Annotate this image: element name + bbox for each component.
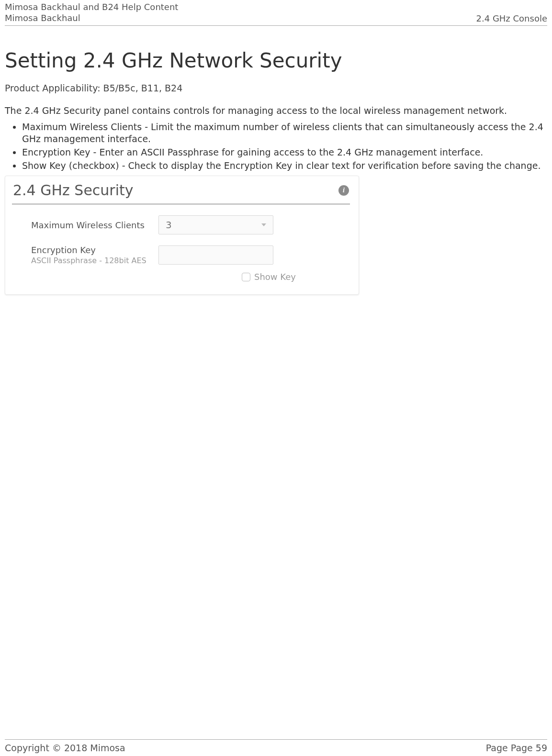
max-clients-value: 3 [166,219,172,231]
page-header: Mimosa Backhaul and B24 Help Content Mim… [5,0,547,23]
header-title-line1: Mimosa Backhaul and B24 Help Content [5,2,178,13]
panel-title: 2.4 GHz Security [13,182,134,199]
header-section-label: 2.4 GHz Console [476,13,547,23]
footer-divider [5,739,547,740]
header-title-line2: Mimosa Backhaul [5,13,178,24]
info-icon[interactable]: i [338,185,349,196]
chevron-down-icon [261,223,266,226]
encryption-key-input[interactable] [158,245,273,265]
page-title: Setting 2.4 GHz Network Security [5,49,547,72]
footer-copyright: Copyright © 2018 Mimosa [5,743,125,753]
max-clients-label: Maximum Wireless Clients [31,220,158,230]
intro-paragraph: The 2.4 GHz Security panel contains cont… [5,105,547,117]
show-key-checkbox[interactable] [242,273,250,281]
encryption-key-label: Encryption Key [31,245,96,255]
list-item: Maximum Wireless Clients - Limit the max… [22,121,547,145]
show-key-label: Show Key [254,272,296,282]
max-clients-select[interactable]: 3 [158,215,273,234]
security-panel: 2.4 GHz Security i Maximum Wireless Clie… [5,176,359,295]
list-item: Encryption Key - Enter an ASCII Passphra… [22,146,547,159]
product-applicability: Product Applicability: B5/B5c, B11, B24 [5,83,547,93]
page-footer: Copyright © 2018 Mimosa Page Page 59 [5,739,547,753]
encryption-key-sublabel: ASCII Passphrase - 128bit AES [31,256,158,265]
footer-page-number: Page Page 59 [486,743,547,753]
list-item: Show Key (checkbox) - Check to display t… [22,160,547,172]
